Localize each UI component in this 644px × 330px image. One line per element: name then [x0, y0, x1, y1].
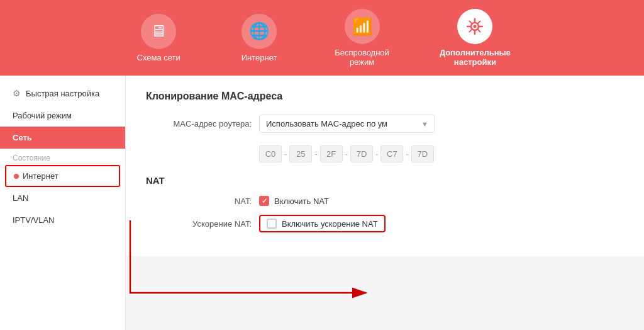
sidebar-iptv-label: IPTV/VLAN — [13, 215, 54, 225]
nat-accel-checkbox-container: Включить ускорение NAT — [259, 215, 386, 232]
nat-accel-label: Ускорение NAT: — [146, 219, 259, 229]
gear-icon: ⚙ — [13, 88, 21, 98]
sidebar-item-network[interactable]: Сеть — [0, 127, 125, 149]
sidebar-lan-label: LAN — [13, 193, 28, 203]
mac-dropdown[interactable]: Использовать MAC-адрес по ум ▼ — [259, 115, 435, 133]
nat-accel-checkbox[interactable] — [267, 219, 277, 229]
nav-wireless-label: Беспроводнойрежим — [335, 48, 389, 67]
mac-display: C0 - 25 - 2F - 7D - C7 - 7D — [259, 145, 434, 162]
sidebar-quick-label: Быстрая настройка — [26, 89, 99, 98]
nat-checkbox-label: Включить NAT — [274, 196, 329, 206]
nav-schema-label: Схема сети — [137, 53, 180, 62]
sidebar-item-quick[interactable]: ⚙ Быстрая настройка — [0, 82, 125, 105]
nav-wireless[interactable]: 📶 Беспроводнойрежим — [335, 9, 389, 67]
mac-dropdown-value: Использовать MAC-адрес по ум — [266, 119, 387, 128]
mac-seg-4: C7 — [380, 145, 403, 162]
mac-seg-2: 2F — [320, 145, 343, 162]
mac-seg-3: 7D — [350, 145, 373, 162]
mac-seg-5: 7D — [411, 145, 434, 162]
sidebar-item-lan[interactable]: LAN — [0, 187, 125, 209]
sidebar-item-iptv[interactable]: IPTV/VLAN — [0, 209, 125, 231]
nav-internet-label: Интернет — [242, 53, 277, 62]
nat-checkbox-container: ✓ Включить NAT — [259, 196, 329, 206]
nat-label: NAT: — [146, 196, 259, 206]
svg-line-6 — [470, 21, 472, 24]
mac-select-control: Использовать MAC-адрес по ум ▼ — [259, 115, 624, 133]
sidebar-internet-label: Интернет — [23, 171, 58, 181]
wireless-icon: 📶 — [345, 9, 380, 44]
nav-internet[interactable]: 🌐 Интернет — [234, 14, 284, 62]
mac-address-label: MAC-адрес роутера: — [146, 119, 259, 128]
nav-schema[interactable]: 🖥 Схема сети — [133, 14, 184, 62]
nav-advanced[interactable]: Дополнительныенастройки — [440, 9, 511, 67]
svg-line-9 — [470, 30, 472, 32]
svg-line-7 — [478, 30, 480, 32]
nat-row: NAT: ✓ Включить NAT — [146, 196, 624, 206]
svg-line-8 — [478, 21, 480, 24]
advanced-icon — [457, 9, 492, 44]
internet-nav-icon: 🌐 — [242, 14, 277, 49]
mac-display-row: C0 - 25 - 2F - 7D - C7 - 7D — [146, 142, 624, 162]
sidebar-network-label: Сеть — [13, 133, 32, 142]
sidebar-item-internet[interactable]: Интернет — [5, 165, 120, 187]
main-content: Клонирование MAC-адреса MAC-адрес роутер… — [126, 76, 644, 256]
mac-address-row: MAC-адрес роутера: Использовать MAC-адре… — [146, 115, 624, 133]
mac-seg-0: C0 — [259, 145, 282, 162]
sidebar-item-workmode[interactable]: Рабочий режим — [0, 105, 125, 127]
nat-section-title: NAT — [146, 175, 624, 186]
mac-seg-1: 25 — [289, 145, 312, 162]
bullet-icon — [14, 174, 19, 179]
nat-checkbox[interactable]: ✓ — [259, 196, 269, 206]
svg-point-1 — [474, 25, 477, 28]
check-icon: ✓ — [262, 198, 267, 205]
mac-section-title: Клонирование MAC-адреса — [146, 91, 624, 102]
nav-advanced-label: Дополнительныенастройки — [440, 48, 511, 67]
schema-icon: 🖥 — [141, 14, 176, 49]
sidebar-section-status: Состояние — [0, 149, 125, 165]
nat-accel-highlight: Включить ускорение NAT — [259, 215, 386, 232]
nat-accel-row: Ускорение NAT: Включить ускорение NAT — [146, 215, 624, 232]
top-nav: 🖥 Схема сети 🌐 Интернет 📶 Беспроводнойре… — [0, 0, 644, 76]
nat-accel-checkbox-label: Включить ускорение NAT — [282, 219, 378, 229]
sidebar-workmode-label: Рабочий режим — [13, 111, 72, 120]
sidebar: ⚙ Быстрая настройка Рабочий режим Сеть С… — [0, 76, 126, 330]
chevron-down-icon: ▼ — [421, 120, 428, 128]
